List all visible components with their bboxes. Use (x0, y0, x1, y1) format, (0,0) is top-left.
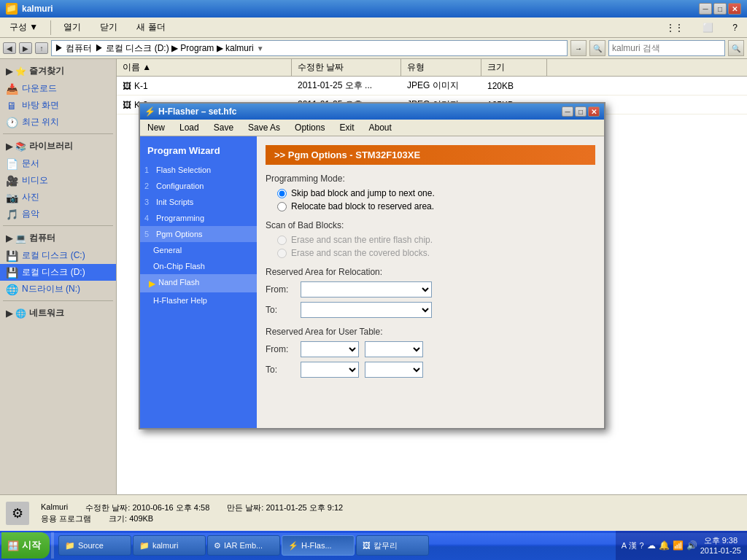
search-input[interactable] (608, 40, 725, 56)
wizard-panel: Program Wizard 1 Flash Selection 2 Confi… (140, 136, 257, 428)
close-folder-button[interactable]: 닫기 (93, 19, 124, 36)
col-name[interactable]: 이름 ▲ (117, 59, 292, 76)
file-icon: 🖼 (123, 100, 131, 110)
search-button[interactable]: 🔍 (728, 40, 744, 56)
user-table-to-select1[interactable] (301, 362, 359, 378)
sidebar-item-docs[interactable]: 📄 문서 (0, 155, 116, 172)
wizard-item-on-chip-flash[interactable]: On-Chip Flash (140, 258, 257, 274)
open-button[interactable]: 열기 (57, 19, 88, 36)
kalmuri-icon: 📁 (139, 541, 150, 551)
hflasher-dialog: ⚡ H-Flasher – set.hfc ─ □ ✕ New Load Sav… (139, 102, 605, 429)
taskbar-app-hflasher[interactable]: ⚡ H-Flas... (282, 535, 355, 556)
address-dropdown-icon[interactable]: ▼ (257, 44, 264, 52)
wizard-item-init-scripts[interactable]: 3 Init Scripts (140, 194, 257, 210)
taskbar-app-kalmuri[interactable]: 📁 kalmuri (133, 535, 206, 556)
wizard-label-configuration: Configuration (156, 182, 252, 190)
library-section: ▶ 📚 라이브러리 📄 문서 🎥 비디오 📷 사진 🎵 (0, 137, 116, 222)
library-header[interactable]: ▶ 📚 라이브러리 (0, 137, 116, 155)
address-go-button[interactable]: → (570, 40, 587, 56)
start-button[interactable]: 🪟 시작 (1, 532, 50, 559)
sidebar-item-downloads[interactable]: 📥 다운로드 (0, 80, 116, 97)
tray-volume-icon: 🔊 (686, 540, 697, 551)
computer-section: ▶ 💻 컴퓨터 💾 로컬 디스크 (C:) 💾 로컬 디스크 (D:) 🌐 N드… (0, 229, 116, 298)
sidebar-divider2 (3, 225, 113, 226)
computer-header[interactable]: ▶ 💻 컴퓨터 (0, 229, 116, 247)
view-options-button[interactable]: ⋮⋮ (659, 20, 690, 35)
col-type[interactable]: 유형 (401, 59, 481, 76)
radio-skip-bad-block-input[interactable] (277, 189, 287, 198)
network-section: ▶ 🌐 네트워크 (0, 304, 116, 322)
menu-save[interactable]: Save (206, 121, 241, 134)
col-modified[interactable]: 수정한 날짜 (292, 59, 401, 76)
wizard-item-pgm-options[interactable]: 5 Pgm Options (140, 226, 257, 242)
user-table-to-select2[interactable] (365, 362, 423, 378)
relocation-to-select[interactable] (301, 302, 432, 318)
sidebar-item-desktop[interactable]: 🖥 바탕 화면 (0, 97, 116, 114)
wizard-item-configuration[interactable]: 2 Configuration (140, 178, 257, 194)
relocation-from-row: From: (266, 281, 595, 298)
radio-erase-covered-label: Erase and scan the covered blocks. (291, 248, 430, 258)
folder-icon: 📥 (6, 83, 18, 95)
user-table-to-row: To: (266, 362, 595, 378)
menu-about[interactable]: About (361, 121, 398, 134)
menu-exit[interactable]: Exit (332, 121, 361, 134)
tray-help-icon: ? (640, 541, 644, 550)
wizard-item-nand-flash[interactable]: ▶ Nand Flash (140, 274, 257, 292)
close-button[interactable]: ✕ (728, 3, 741, 15)
radio-relocate-bad-block-input[interactable] (277, 202, 287, 211)
network-header[interactable]: ▶ 🌐 네트워크 (0, 304, 116, 322)
wizard-item-help[interactable]: H-Flasher Help (140, 292, 257, 308)
user-table-from-select2[interactable] (365, 341, 423, 357)
sidebar-divider3 (3, 300, 113, 301)
user-table-from-select1[interactable] (301, 341, 359, 357)
wizard-item-general[interactable]: General (140, 242, 257, 258)
status-type: 응용 프로그램 (41, 513, 91, 524)
address-refresh-button[interactable]: 🔍 (589, 40, 605, 56)
explorer-title: kalmuri (22, 4, 699, 14)
menu-options[interactable]: Options (287, 121, 332, 134)
help-button[interactable]: ? (726, 20, 744, 35)
star-icon: ⭐ (15, 66, 26, 77)
menu-load[interactable]: Load (172, 121, 206, 134)
view-toggle-button[interactable]: ⬜ (696, 20, 720, 35)
relocation-from-select[interactable] (301, 281, 432, 298)
drive-n-icon: 🌐 (6, 284, 18, 295)
maximize-button[interactable]: □ (713, 3, 727, 15)
status-bar: ⚙ Kalmuri 수정한 날짜: 2010-06-16 오후 4:58 만든 … (0, 494, 747, 531)
sidebar-item-videos[interactable]: 🎥 비디오 (0, 172, 116, 189)
taskbar-app-kalmuri2[interactable]: 🖼 칼무리 (356, 535, 429, 556)
forward-button[interactable]: ▶ (19, 42, 32, 54)
radio-erase-entire-label: Erase and scan the entire flash chip. (291, 235, 433, 245)
address-input[interactable]: ▶ 컴퓨터 ▶ 로컬 디스크 (D:) ▶ Program ▶ kalmuri … (51, 40, 568, 56)
wizard-num-4: 4 (144, 214, 153, 222)
minimize-button[interactable]: ─ (699, 3, 712, 15)
menu-new[interactable]: New (140, 121, 172, 134)
dialog-close-button[interactable]: ✕ (588, 106, 600, 117)
sidebar-item-drive-c[interactable]: 💾 로컬 디스크 (C:) (0, 247, 116, 264)
sidebar-item-music[interactable]: 🎵 음악 (0, 206, 116, 222)
wizard-item-programming[interactable]: 4 Programming (140, 210, 257, 226)
iar-icon: ⚙ (214, 541, 221, 551)
menu-save-as[interactable]: Save As (241, 121, 287, 134)
wizard-item-flash-selection[interactable]: 1 Flash Selection (140, 162, 257, 178)
content-panel: >> Pgm Options - STM32F103XE Programming… (257, 136, 604, 428)
organize-button[interactable]: 구성 ▼ (3, 19, 44, 36)
back-button[interactable]: ◀ (3, 42, 16, 54)
sidebar-item-drive-d[interactable]: 💾 로컬 디스크 (D:) (0, 264, 116, 281)
favorites-header[interactable]: ▶ ⭐ 즐겨찾기 (0, 62, 116, 80)
sidebar-item-drive-n[interactable]: 🌐 N드라이브 (N:) (0, 281, 116, 298)
music-icon: 🎵 (6, 209, 18, 220)
sidebar-item-photos[interactable]: 📷 사진 (0, 189, 116, 206)
network-icon: 🌐 (15, 308, 26, 319)
dialog-title: H-Flasher – set.hfc (158, 106, 562, 117)
status-name: Kalmuri (41, 502, 68, 513)
up-button[interactable]: ↑ (35, 42, 48, 54)
new-folder-button[interactable]: 새 폴더 (130, 19, 171, 36)
sidebar-item-recent[interactable]: 🕐 최근 위치 (0, 114, 116, 131)
table-row[interactable]: 🖼 K-1 2011-01-25 오후 ... JPEG 이미지 120KB (117, 77, 747, 96)
taskbar-app-source[interactable]: 📁 Source (58, 535, 131, 556)
col-size[interactable]: 크기 (481, 59, 547, 76)
dialog-minimize-button[interactable]: ─ (562, 106, 573, 117)
dialog-maximize-button[interactable]: □ (575, 106, 587, 117)
taskbar-app-iar[interactable]: ⚙ IAR Emb... (207, 535, 280, 556)
